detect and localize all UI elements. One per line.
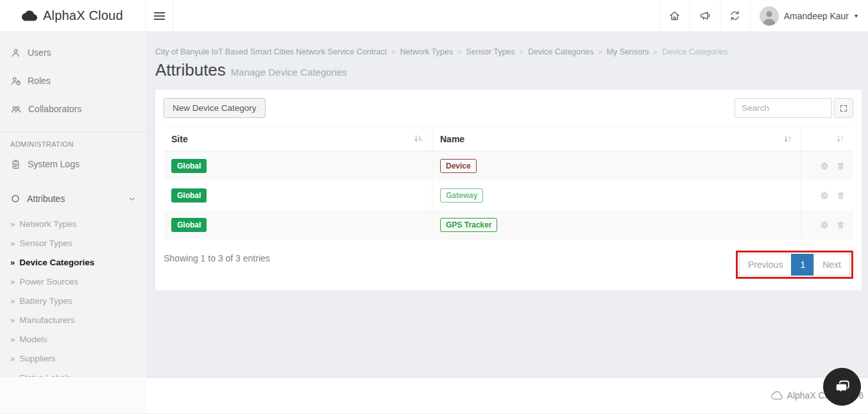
search-input[interactable]: [735, 98, 832, 118]
submenu-item-manufacturers[interactable]: »Manufacturers: [0, 310, 146, 329]
column-header-actions[interactable]: [801, 127, 853, 151]
announcement-icon: [699, 10, 711, 22]
site-cell: Global: [164, 210, 432, 240]
breadcrumb-separator: >: [654, 48, 658, 56]
sidebar-item-users[interactable]: Users: [0, 38, 146, 67]
announcements-button[interactable]: [690, 0, 720, 31]
submenu-label: Device Categories: [19, 258, 94, 267]
name-badge: GPS Tracker: [440, 218, 497, 232]
sidebar-item-label: Users: [28, 47, 51, 58]
delete-icon[interactable]: [836, 190, 846, 201]
name-cell: GPS Tracker: [432, 210, 801, 240]
double-chevron-icon: »: [10, 277, 15, 286]
table-footer: Showing 1 to 3 of 3 entries Previous 1 N…: [164, 251, 853, 279]
top-navbar: AlphaX Cloud Amandeep Kaur ▾: [0, 0, 868, 32]
sidebar-toggle-button[interactable]: [146, 0, 173, 31]
column-label: Name: [440, 134, 464, 144]
name-badge: Gateway: [440, 188, 483, 203]
pagination-next-button[interactable]: Next: [813, 254, 850, 276]
breadcrumb-separator: >: [457, 48, 461, 56]
column-header-name[interactable]: Name: [432, 127, 801, 151]
submenu-label: Manufacturers: [19, 315, 74, 325]
site-badge: Global: [171, 159, 207, 173]
submenu-item-models[interactable]: »Models: [0, 329, 146, 349]
settings-icon[interactable]: [819, 161, 830, 171]
user-icon: [10, 47, 21, 58]
breadcrumb-item[interactable]: City of Banyule IoT Based Smart Cities N…: [155, 47, 387, 56]
pagination: Previous 1 Next: [739, 254, 850, 276]
cloud-icon: [22, 10, 37, 22]
navbar-spacer: [173, 0, 660, 31]
delete-icon[interactable]: [836, 161, 846, 171]
entries-summary: Showing 1 to 3 of 3 entries: [164, 251, 270, 263]
site-badge: Global: [171, 188, 207, 203]
menu-icon: [154, 12, 165, 20]
sidebar-item-system-logs[interactable]: System Logs: [0, 150, 146, 178]
sort-amount-icon[interactable]: [413, 133, 424, 144]
pagination-previous-button[interactable]: Previous: [739, 254, 792, 276]
main-area: City of Banyule IoT Based Smart Cities N…: [146, 32, 868, 413]
user-name: Amandeep Kaur: [784, 11, 849, 21]
sidebar-item-roles[interactable]: Roles: [0, 67, 146, 95]
fullscreen-button[interactable]: [834, 98, 853, 118]
home-icon: [668, 10, 681, 22]
app-window: AlphaX Cloud Amandeep Kaur ▾: [0, 0, 868, 414]
sidebar-item-label: Roles: [28, 76, 51, 86]
double-chevron-icon: »: [10, 219, 15, 229]
breadcrumb-item[interactable]: Sensor Types: [466, 47, 515, 56]
name-cell: Gateway: [432, 181, 801, 210]
submenu-item-network-types[interactable]: »Network Types: [0, 214, 146, 233]
brand-name: AlphaX Cloud: [43, 8, 123, 23]
chat-widget-button[interactable]: [823, 368, 861, 406]
sort-updown-icon[interactable]: [835, 134, 846, 144]
new-device-category-button[interactable]: New Device Category: [164, 98, 266, 118]
submenu-item-power-sources[interactable]: »Power Sources: [0, 272, 146, 291]
site-cell: Global: [164, 151, 432, 181]
submenu-label: Sensor Types: [19, 238, 72, 248]
user-menu[interactable]: Amandeep Kaur ▾: [750, 0, 868, 31]
double-chevron-icon: »: [10, 315, 15, 325]
settings-icon[interactable]: [819, 220, 830, 230]
double-chevron-icon: »: [10, 354, 15, 363]
delete-icon[interactable]: [836, 220, 846, 230]
toolbar-right: [735, 98, 853, 118]
system-logs-icon: [10, 159, 21, 170]
refresh-button[interactable]: [720, 0, 750, 31]
collaborators-icon: [10, 104, 22, 115]
sidebar-item-collaborators[interactable]: Collaborators: [0, 95, 146, 123]
submenu-item-sensor-types[interactable]: »Sensor Types: [0, 233, 146, 253]
table-header-row: Site Name: [164, 127, 853, 151]
pagination-page-1-button[interactable]: 1: [791, 254, 814, 276]
chat-bubble-icon: [833, 377, 852, 397]
breadcrumb-item[interactable]: Network Types: [400, 47, 452, 56]
submenu-label: Models: [19, 335, 47, 344]
submenu-item-battery-types[interactable]: »Battery Types: [0, 291, 146, 310]
breadcrumb-item[interactable]: Device Categories: [528, 47, 593, 56]
sidebar-item-label: System Logs: [28, 159, 80, 169]
submenu-item-suppliers[interactable]: »Suppliers: [0, 349, 146, 368]
content: City of Banyule IoT Based Smart Cities N…: [146, 32, 868, 377]
sidebar-item-label: Collaborators: [28, 104, 81, 114]
submenu-label: Network Types: [19, 219, 76, 229]
sort-updown-icon[interactable]: [783, 134, 793, 144]
attributes-submenu: »Network Types »Sensor Types »Device Cat…: [0, 211, 146, 387]
sidebar-bottom-strip: [0, 377, 146, 413]
sidebar-item-attributes[interactable]: Attributes: [0, 186, 146, 211]
column-header-site[interactable]: Site: [164, 127, 432, 151]
fullscreen-icon: [839, 104, 848, 113]
actions-cell: [801, 210, 853, 240]
caret-down-icon: ▾: [855, 12, 858, 19]
table-row: Global Gateway: [164, 181, 853, 210]
brand[interactable]: AlphaX Cloud: [0, 0, 146, 31]
device-categories-card: New Device Category: [155, 90, 862, 290]
refresh-icon: [729, 10, 741, 22]
breadcrumb-separator: >: [598, 48, 602, 56]
home-button[interactable]: [660, 0, 690, 31]
sidebar-section-administration: ADMINISTRATION: [0, 132, 146, 150]
settings-icon[interactable]: [819, 190, 830, 201]
submenu-item-device-categories[interactable]: »Device Categories: [0, 253, 146, 272]
circle-icon: [10, 194, 21, 204]
column-label: Site: [171, 134, 188, 144]
breadcrumb-item[interactable]: My Sensors: [607, 47, 649, 56]
sidebar: Users Roles Collaborators ADMINISTRATION: [0, 32, 146, 413]
